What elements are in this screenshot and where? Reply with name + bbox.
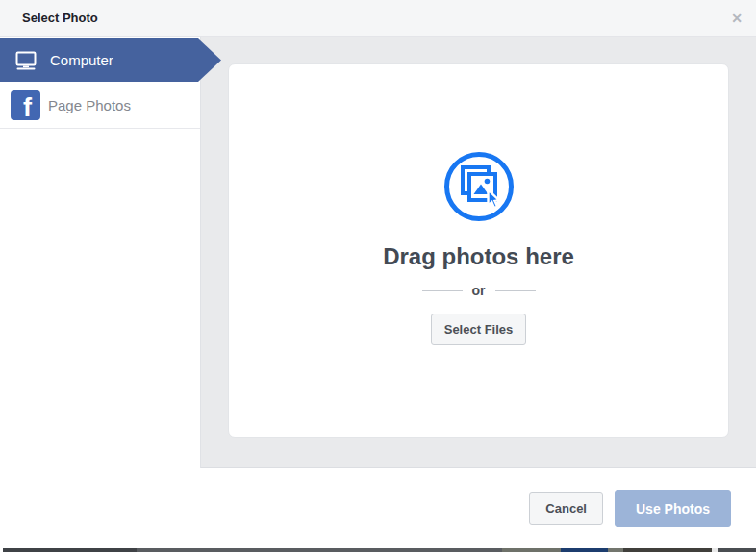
select-files-button[interactable]: Select Files: [431, 314, 527, 345]
dropzone-heading: Drag photos here: [383, 243, 574, 270]
select-photo-dialog: Select Photo ✕ Computer f Page Photos: [0, 0, 756, 552]
divider-label: or: [472, 283, 486, 298]
dialog-title: Select Photo: [22, 11, 98, 25]
computer-icon: [14, 51, 38, 70]
photo-dropzone[interactable]: Drag photos here or Select Files: [228, 63, 729, 438]
dialog-footer: Cancel Use Photos: [0, 468, 756, 548]
use-photos-button[interactable]: Use Photos: [615, 490, 731, 527]
facebook-icon: f: [11, 90, 40, 120]
add-photos-icon: [441, 149, 517, 224]
sidebar-item-page-photos[interactable]: f Page Photos: [0, 82, 200, 129]
page-edge-segment: [718, 548, 756, 552]
dialog-body: Computer f Page Photos Drag ph: [0, 37, 756, 468]
divider-line: [422, 290, 463, 291]
page-edge-segment: [608, 548, 623, 552]
page-edge-segment: [561, 548, 608, 552]
underlying-page-edge: [0, 548, 756, 552]
page-edge-segment: [623, 548, 712, 552]
page-edge-segment: [502, 548, 561, 552]
sidebar: Computer f Page Photos: [0, 37, 201, 468]
or-divider: or: [422, 283, 536, 298]
page-edge-segment: [137, 548, 502, 552]
cancel-button[interactable]: Cancel: [529, 492, 603, 525]
sidebar-item-computer[interactable]: Computer: [0, 38, 221, 82]
sidebar-item-label: Page Photos: [48, 97, 131, 113]
page-edge-segment: [3, 548, 137, 552]
close-icon[interactable]: ✕: [731, 12, 743, 25]
facebook-glyph: f: [23, 93, 32, 120]
divider-line: [495, 290, 536, 291]
sidebar-item-label: Computer: [50, 52, 113, 68]
dialog-header: Select Photo ✕: [0, 0, 756, 37]
content-area: Drag photos here or Select Files: [201, 37, 756, 468]
